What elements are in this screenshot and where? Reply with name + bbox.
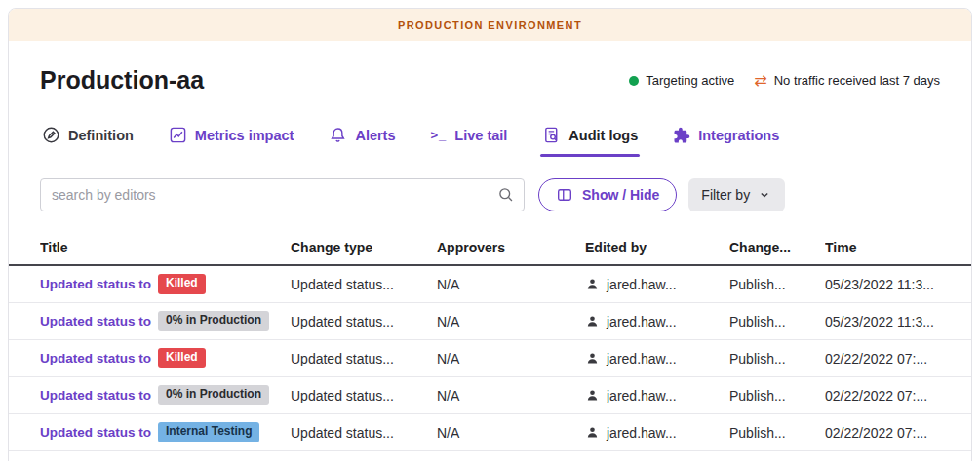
table-row: Updated status to Killed Updated status.… [9,340,971,377]
edited-by-cell: jared.haw... [585,425,729,441]
edited-by-value: jared.haw... [607,277,677,292]
tab-integrations[interactable]: Integrations [671,116,781,157]
title-cell: Updated status to 0% in Production [40,311,291,331]
table-header-row: Title Change type Approvers Edited by Ch… [9,231,971,266]
change-cell: Publish... [729,314,825,329]
title-cell: Updated status to 0% in Production [40,385,291,405]
tab-label: Integrations [698,128,779,143]
row-title-link[interactable]: Updated status to [40,351,151,365]
search-input[interactable] [40,178,525,211]
title-cell: Updated status to Internal Testing [40,422,291,442]
edited-by-value: jared.haw... [607,388,677,403]
traffic-arrows-icon: ⇄ [754,73,766,89]
title-cell: Updated status to Killed [40,348,291,368]
flag-header: Production-aa Targeting active ⇄ No traf… [9,41,971,95]
column-header-edited-by: Edited by [585,240,729,255]
environment-banner: PRODUCTION ENVIRONMENT [9,9,971,41]
tab-bar: Definition Metrics impact Alerts >_ Li [9,116,971,157]
table-body: Updated status to Killed Updated status.… [9,266,971,451]
time-cell: 02/22/2022 07:... [825,351,954,366]
show-hide-label: Show / Hide [582,187,659,203]
change-cell: Publish... [729,277,825,292]
line-chart-icon [169,126,187,144]
status-area: Targeting active ⇄ No traffic received l… [629,73,940,89]
traffic-status-label: No traffic received last 7 days [774,73,940,88]
audit-log-table: Title Change type Approvers Edited by Ch… [9,231,971,451]
person-icon [585,277,600,291]
audit-log-search-icon [542,126,561,144]
person-icon [585,351,600,365]
tab-metrics-impact[interactable]: Metrics impact [167,116,296,157]
columns-icon [556,186,573,204]
tab-live-tail[interactable]: >_ Live tail [429,116,510,157]
filter-by-button[interactable]: Filter by [688,178,785,211]
tab-label: Audit logs [568,128,638,143]
approvers-cell: N/A [437,314,585,329]
table-row: Updated status to Killed Updated status.… [9,266,971,303]
edited-by-value: jared.haw... [607,425,677,441]
change-type-cell: Updated status... [291,277,437,292]
row-title-link[interactable]: Updated status to [40,314,151,328]
time-cell: 05/23/2022 11:3... [825,314,954,329]
change-cell: Publish... [729,425,825,441]
audit-toolbar: Show / Hide Filter by [9,178,971,211]
environment-card: PRODUCTION ENVIRONMENT Production-aa Tar… [8,8,972,461]
change-type-cell: Updated status... [291,351,437,366]
column-header-approvers: Approvers [437,240,585,255]
edited-by-value: jared.haw... [607,351,677,366]
approvers-cell: N/A [437,351,585,366]
status-badge: Killed [158,348,206,368]
time-cell: 02/22/2022 07:... [825,388,954,403]
status-badge: Killed [158,274,206,294]
chevron-down-icon [757,187,772,203]
tab-label: Alerts [355,128,395,143]
puzzle-icon [673,127,690,144]
row-title-link[interactable]: Updated status to [40,277,151,291]
person-icon [585,314,600,328]
approvers-cell: N/A [437,277,585,292]
column-header-change: Change... [729,240,825,255]
title-cell: Updated status to Killed [40,274,291,294]
table-row: Updated status to 0% in Production Updat… [9,377,971,414]
change-cell: Publish... [729,388,825,403]
edited-by-cell: jared.haw... [585,314,729,329]
targeting-status: Targeting active [629,73,734,88]
tab-audit-logs[interactable]: Audit logs [540,116,640,157]
person-icon [585,388,600,403]
bell-icon [329,126,347,144]
status-badge: Internal Testing [158,422,259,442]
page-title: Production-aa [40,66,204,95]
edited-by-cell: jared.haw... [585,388,729,403]
column-header-time: Time [825,240,954,255]
edited-by-cell: jared.haw... [585,277,729,292]
environment-banner-label: PRODUCTION ENVIRONMENT [398,19,582,31]
edited-by-value: jared.haw... [607,314,677,329]
approvers-cell: N/A [437,425,585,441]
targeting-status-label: Targeting active [646,73,734,88]
edited-by-cell: jared.haw... [585,351,729,366]
row-title-link[interactable]: Updated status to [40,388,151,403]
row-title-link[interactable]: Updated status to [40,425,151,440]
tab-definition[interactable]: Definition [40,116,136,157]
change-cell: Publish... [729,351,825,366]
tab-label: Definition [68,128,134,143]
search-icon [497,186,515,208]
column-header-title: Title [40,240,291,255]
green-dot-icon [629,76,639,86]
column-header-change-type: Change type [291,240,437,255]
pencil-circle-icon [42,126,60,144]
filter-by-label: Filter by [701,187,750,203]
status-badge: 0% in Production [158,385,269,405]
show-hide-button[interactable]: Show / Hide [538,178,677,211]
tab-label: Live tail [454,128,507,143]
table-row: Updated status to 0% in Production Updat… [9,303,971,340]
table-row: Updated status to Internal Testing Updat… [9,414,971,451]
tab-alerts[interactable]: Alerts [327,116,397,157]
person-icon [585,425,600,440]
time-cell: 02/22/2022 07:... [825,425,954,441]
approvers-cell: N/A [437,388,585,403]
search-wrap [40,178,525,211]
traffic-status: ⇄ No traffic received last 7 days [754,73,940,89]
terminal-icon: >_ [431,128,448,142]
time-cell: 05/23/2022 11:3... [825,277,954,292]
